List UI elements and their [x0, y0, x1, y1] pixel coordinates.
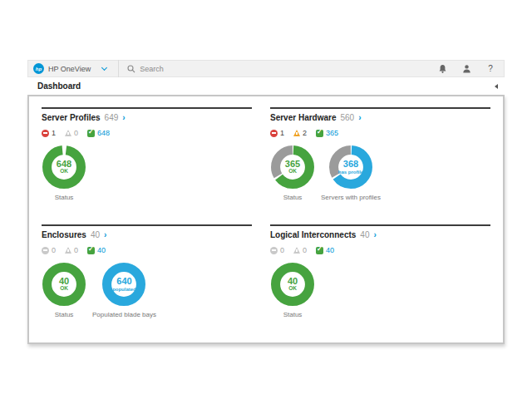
ok-count[interactable]: 40 [326, 246, 334, 254]
panel-title: Enclosures [42, 230, 86, 239]
status-count-row: 1 0 648 [42, 129, 252, 137]
critical-count: 1 [52, 129, 56, 137]
status-donut-chart[interactable]: 648 OK Status [42, 145, 86, 201]
critical-status-icon [42, 130, 49, 137]
status-donut-chart[interactable]: 40 OK Status [42, 262, 86, 318]
critical-count: 1 [280, 129, 284, 137]
critical-count: 0 [52, 246, 56, 254]
donut-label: Servers with profiles [321, 194, 381, 201]
warning-status-icon [293, 247, 300, 254]
panel-arrow-icon: › [358, 113, 361, 122]
donut-row: 365 OK Status 368 has profile [270, 145, 490, 201]
profiles-donut-chart[interactable]: 368 has profile Servers with profiles [321, 145, 381, 201]
donut-label: Status [283, 194, 303, 201]
panel-arrow-icon: › [122, 113, 125, 122]
ok-count[interactable]: 648 [97, 129, 110, 137]
ok-count[interactable]: 40 [97, 246, 106, 254]
ok-status-icon [316, 247, 323, 254]
ok-status-icon [316, 130, 323, 137]
ok-count[interactable]: 365 [326, 129, 338, 137]
panel-logical-interconnects-link[interactable]: Logical Interconnects 40 › [270, 230, 490, 239]
donut-sublabel: has profile [338, 170, 363, 175]
help-icon[interactable]: ? [485, 64, 495, 74]
oneview-app: hp HP OneView ? [27, 60, 505, 344]
panel-title: Server Profiles [42, 113, 101, 122]
donut-label: Status [283, 311, 303, 318]
donut-label: Status [55, 311, 74, 318]
panel-server-hardware: Server Hardware 560 › 1 2 365 365 [270, 107, 490, 224]
panel-count: 560 [341, 113, 355, 122]
top-bar: hp HP OneView ? [27, 60, 505, 77]
panel-logical-interconnects: Logical Interconnects 40 › 0 0 40 40 [270, 224, 490, 318]
warning-status-icon [65, 130, 71, 136]
topbar-actions: ? [437, 64, 504, 74]
panel-server-profiles: Server Profiles 649 › 1 0 648 648 [42, 107, 252, 224]
warning-count: 2 [303, 129, 307, 137]
critical-status-icon [270, 247, 278, 254]
donut-sublabel: populated [112, 287, 136, 292]
donut-sublabel: OK [288, 169, 297, 175]
panel-arrow-icon: › [373, 230, 376, 239]
hp-logo-icon: hp [33, 63, 44, 74]
topbar-divider [118, 60, 119, 77]
panel-count: 40 [91, 230, 100, 239]
status-count-row: 0 0 40 [42, 246, 252, 254]
donut-sublabel: OK [60, 169, 68, 175]
warning-count: 0 [74, 129, 78, 137]
status-count-row: 1 2 365 [270, 129, 490, 137]
blade-bays-donut-chart[interactable]: 640 populated Populated blade bays [92, 262, 156, 318]
panel-enclosures-link[interactable]: Enclosures 40 › [42, 230, 252, 239]
warning-count: 0 [74, 246, 78, 254]
search-bar[interactable] [127, 65, 437, 73]
panel-count: 40 [360, 230, 369, 239]
donut-row: 40 OK Status [270, 262, 490, 318]
warning-status-icon [293, 130, 300, 136]
search-input[interactable] [140, 65, 306, 73]
donut-value: 640 [116, 277, 131, 287]
user-account-icon[interactable] [461, 64, 471, 74]
panel-arrow-icon: › [104, 230, 106, 239]
status-donut-chart[interactable]: 40 OK Status [270, 262, 315, 318]
warning-status-icon [65, 247, 71, 254]
donut-row: 40 OK Status 640 populated [42, 262, 252, 318]
donut-label: Populated blade bays [92, 311, 156, 318]
search-icon [127, 65, 135, 73]
critical-count: 0 [280, 246, 284, 254]
panel-server-profiles-link[interactable]: Server Profiles 649 › [42, 113, 252, 122]
ok-status-icon [87, 130, 95, 137]
panel-enclosures: Enclosures 40 › 0 0 40 40 OK [42, 224, 252, 318]
collapse-panel-arrow-icon[interactable] [495, 84, 498, 89]
warning-count: 0 [303, 246, 307, 254]
panel-title: Server Hardware [270, 113, 337, 122]
donut-sublabel: OK [60, 286, 68, 292]
ok-status-icon [87, 247, 95, 254]
chevron-down-icon[interactable] [101, 64, 107, 70]
page-header: Dashboard [27, 77, 505, 95]
donut-label: Status [55, 194, 74, 201]
critical-status-icon [270, 130, 278, 137]
dashboard-content: Server Profiles 649 › 1 0 648 648 [27, 95, 505, 344]
status-donut-chart[interactable]: 365 OK Status [270, 145, 315, 201]
critical-status-icon [42, 247, 49, 254]
donut-value: 368 [343, 160, 358, 170]
notifications-bell-icon[interactable] [437, 64, 447, 74]
status-count-row: 0 0 40 [270, 246, 490, 254]
donut-sublabel: OK [288, 286, 297, 292]
panel-server-hardware-link[interactable]: Server Hardware 560 › [270, 113, 490, 122]
panel-title: Logical Interconnects [270, 230, 356, 239]
panel-count: 649 [105, 113, 119, 122]
donut-row: 648 OK Status [42, 145, 252, 201]
panel-grid: Server Profiles 649 › 1 0 648 648 [42, 107, 490, 318]
page-title: Dashboard [37, 81, 81, 91]
brand-label: HP OneView [48, 65, 91, 73]
